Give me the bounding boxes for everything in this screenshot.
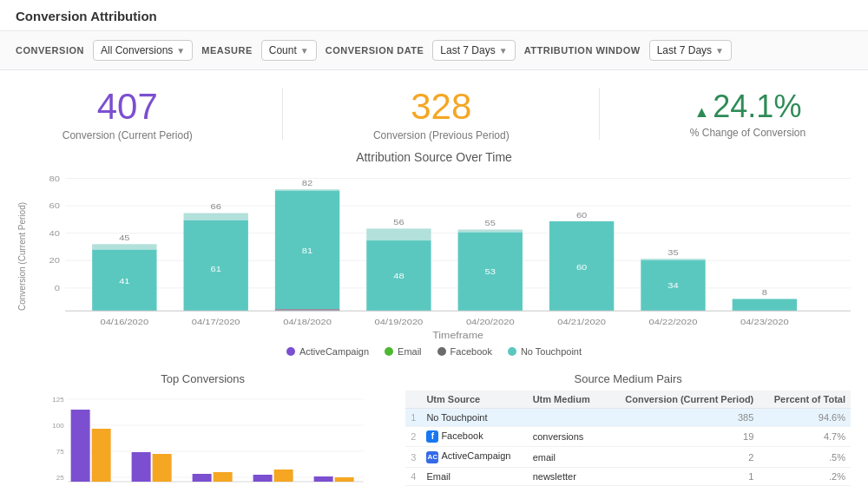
legend-dot-no-touchpoint bbox=[508, 347, 516, 356]
svg-text:60: 60 bbox=[49, 201, 61, 210]
change-metric: ▲24.1% % Change of Conversion bbox=[690, 89, 806, 139]
current-period-label: Conversion (Current Period) bbox=[62, 129, 193, 141]
legend-dot-email bbox=[385, 347, 393, 356]
bar-organic-orange bbox=[153, 454, 172, 482]
svg-text:125: 125 bbox=[52, 396, 64, 404]
svg-text:04/21/2020: 04/21/2020 bbox=[557, 318, 606, 326]
bar-top bbox=[184, 213, 248, 220]
svg-text:100: 100 bbox=[52, 422, 64, 430]
table-row: 1 No Touchpoint 385 94.6% bbox=[405, 409, 851, 427]
bar-email-purple bbox=[71, 410, 90, 482]
chevron-down-icon: ▼ bbox=[176, 46, 185, 56]
table-row: 2 fFacebook conversions 19 4.7% bbox=[405, 427, 851, 447]
svg-text:66: 66 bbox=[211, 202, 222, 211]
col-utm-source: Utm Source bbox=[421, 391, 527, 409]
svg-text:04/17/2020: 04/17/2020 bbox=[192, 318, 240, 326]
svg-text:60: 60 bbox=[576, 211, 588, 220]
bar-email-orange bbox=[92, 429, 111, 482]
svg-text:04/18/2020: 04/18/2020 bbox=[283, 318, 332, 326]
conversion-select[interactable]: All Conversions ▼ bbox=[93, 40, 193, 61]
svg-text:0: 0 bbox=[55, 284, 60, 292]
source-medium-section: Source Medium Pairs Utm Source Utm Mediu… bbox=[405, 372, 851, 486]
bar-fb-purple bbox=[253, 475, 273, 482]
svg-text:55: 55 bbox=[485, 219, 496, 227]
change-label: % Change of Conversion bbox=[690, 127, 806, 139]
bar-fb-orange bbox=[274, 470, 293, 482]
svg-text:04/23/2020: 04/23/2020 bbox=[740, 318, 789, 326]
bottom-section: Top Conversions 125 100 75 25 Email Infl… bbox=[0, 365, 868, 486]
svg-text:04/16/2020: 04/16/2020 bbox=[100, 318, 148, 326]
col-conversion: Conversion (Current Period) bbox=[603, 391, 759, 409]
bar-chart-svg: 80 60 40 20 0 45 41 04/16/2020 66 61 bbox=[33, 169, 851, 343]
current-period-metric: 407 Conversion (Current Period) bbox=[62, 86, 193, 141]
col-num bbox=[405, 391, 421, 409]
svg-text:80: 80 bbox=[49, 174, 61, 182]
metric-divider-2 bbox=[599, 88, 600, 140]
svg-text:82: 82 bbox=[302, 179, 313, 187]
bar-top bbox=[641, 259, 705, 260]
measure-select[interactable]: Count ▼ bbox=[261, 40, 317, 61]
bar-bcold-purple bbox=[193, 474, 212, 482]
svg-text:04/22/2020: 04/22/2020 bbox=[649, 318, 698, 326]
svg-text:40: 40 bbox=[49, 229, 61, 238]
bar-btaf-orange bbox=[335, 477, 354, 482]
bar-top bbox=[92, 244, 156, 249]
bar-bcold-orange bbox=[214, 472, 233, 482]
source-medium-table: Utm Source Utm Medium Conversion (Curren… bbox=[405, 391, 851, 486]
chevron-down-icon: ▼ bbox=[715, 46, 724, 56]
bar-small bbox=[733, 299, 797, 311]
chevron-down-icon: ▼ bbox=[499, 46, 508, 56]
svg-text:56: 56 bbox=[393, 218, 404, 227]
change-value: ▲24.1% bbox=[690, 89, 806, 125]
legend-no-touchpoint: No Touchpoint bbox=[508, 346, 582, 357]
svg-text:61: 61 bbox=[211, 265, 222, 273]
y-axis-label: Conversion (Current Period) bbox=[17, 169, 33, 343]
bar-organic-purple bbox=[132, 452, 151, 482]
page-title: Conversion Attribution bbox=[0, 0, 868, 31]
bar-chart-section: Attribution Source Over Time Conversion … bbox=[0, 150, 868, 365]
facebook-icon: f bbox=[426, 430, 438, 443]
metrics-row: 407 Conversion (Current Period) 328 Conv… bbox=[0, 70, 868, 150]
attribution-window-select[interactable]: Last 7 Days ▼ bbox=[649, 40, 732, 61]
chart-legend: ActiveCampaign Email Facebook No Touchpo… bbox=[17, 346, 851, 357]
svg-text:75: 75 bbox=[56, 448, 64, 456]
svg-text:60: 60 bbox=[576, 263, 588, 272]
bar-top bbox=[275, 189, 339, 191]
top-conversions-section: Top Conversions 125 100 75 25 Email Infl… bbox=[17, 372, 388, 486]
svg-text:04/20/2020: 04/20/2020 bbox=[466, 318, 515, 326]
top-conversions-chart: 125 100 75 25 Email Influence Organic Co… bbox=[17, 391, 388, 486]
filter-bar: CONVERSION All Conversions ▼ MEASURE Cou… bbox=[0, 31, 868, 70]
legend-dot-activecampaign bbox=[286, 347, 295, 356]
svg-text:53: 53 bbox=[485, 267, 496, 276]
metric-divider bbox=[282, 88, 283, 140]
col-utm-medium: Utm Medium bbox=[528, 391, 603, 409]
table-row: 3 ACActiveCampaign email 2 .5% bbox=[405, 447, 851, 468]
up-arrow-icon: ▲ bbox=[694, 103, 710, 121]
col-percent: Percent of Total bbox=[759, 391, 851, 409]
svg-text:35: 35 bbox=[667, 248, 679, 257]
window-label: ATTRIBUTION WINDOW bbox=[524, 45, 641, 56]
measure-label: MEASURE bbox=[201, 45, 253, 56]
top-conversions-svg: 125 100 75 25 Email Influence Organic Co… bbox=[17, 391, 388, 486]
chevron-down-icon: ▼ bbox=[300, 46, 309, 56]
previous-period-value: 328 bbox=[373, 86, 510, 128]
svg-text:25: 25 bbox=[56, 474, 64, 482]
svg-text:34: 34 bbox=[667, 281, 679, 290]
svg-text:8: 8 bbox=[762, 288, 767, 297]
legend-activecampaign: ActiveCampaign bbox=[286, 346, 369, 357]
activecampaign-icon: AC bbox=[426, 451, 438, 463]
svg-text:04/19/2020: 04/19/2020 bbox=[375, 318, 424, 326]
svg-text:Timeframe: Timeframe bbox=[432, 331, 483, 340]
legend-facebook: Facebook bbox=[437, 346, 492, 357]
bar-top bbox=[458, 229, 523, 232]
date-label: CONVERSION DATE bbox=[326, 45, 424, 56]
previous-period-label: Conversion (Previous Period) bbox=[373, 129, 510, 141]
source-medium-title: Source Medium Pairs bbox=[405, 372, 851, 385]
svg-text:20: 20 bbox=[49, 256, 61, 265]
date-select[interactable]: Last 7 Days ▼ bbox=[432, 40, 515, 61]
current-period-value: 407 bbox=[62, 86, 193, 128]
legend-dot-facebook bbox=[437, 347, 446, 356]
bar-top bbox=[366, 228, 431, 240]
bar-btaf-purple bbox=[314, 476, 333, 482]
conversion-label: CONVERSION bbox=[16, 45, 84, 56]
